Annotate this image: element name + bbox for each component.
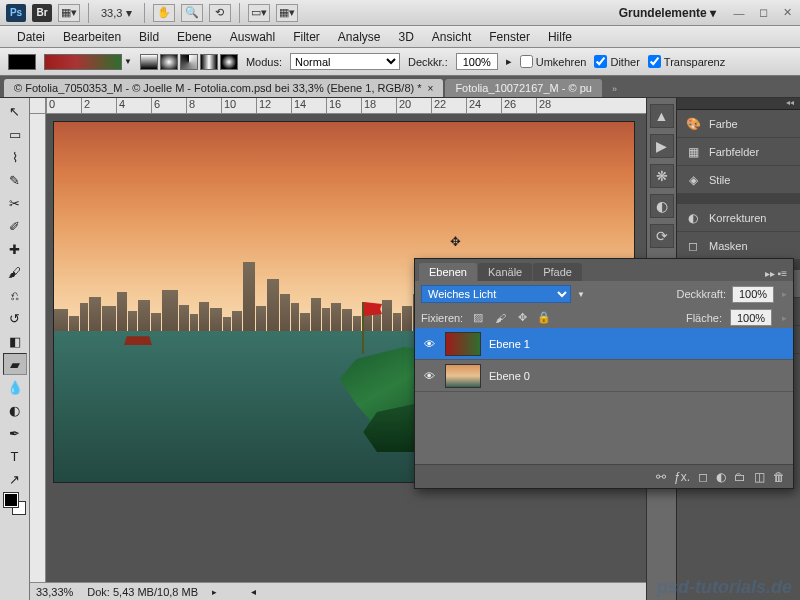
close-icon[interactable]: ✕ <box>780 6 794 20</box>
bridge-logo[interactable]: Br <box>32 4 52 22</box>
ruler-origin[interactable] <box>30 98 46 114</box>
blend-mode-select[interactable]: Normal <box>290 53 400 70</box>
gradient-angle-icon[interactable] <box>180 54 198 70</box>
eyedropper-tool[interactable]: ✐ <box>3 215 27 237</box>
fx-icon[interactable]: ƒx. <box>674 470 690 484</box>
menu-hilfe[interactable]: Hilfe <box>539 28 581 46</box>
mask-icon[interactable]: ◻ <box>698 470 708 484</box>
collapse-icon[interactable]: ◂◂ <box>677 98 800 110</box>
lock-all-icon[interactable]: 🔒 <box>537 311 551 325</box>
screenmode-icon[interactable]: ▭▾ <box>248 4 270 22</box>
panel-masken[interactable]: ◻Masken <box>677 232 800 260</box>
layer-blend-select[interactable]: Weiches Licht <box>421 285 571 303</box>
opacity-flyout-icon[interactable]: ▸ <box>506 55 512 68</box>
ruler-vertical[interactable] <box>30 114 46 582</box>
tab-doc-2[interactable]: Fotolia_10072167_M - © pu <box>445 79 602 97</box>
scroll-left-icon[interactable]: ◂ <box>251 586 256 597</box>
hand-icon[interactable]: ✋ <box>153 4 175 22</box>
quickselect-tool[interactable]: ✎ <box>3 169 27 191</box>
menu-ebene[interactable]: Ebene <box>168 28 221 46</box>
visibility-icon[interactable]: 👁 <box>421 370 437 382</box>
zoom-display[interactable]: 33,3 ▾ <box>97 6 136 20</box>
eraser-tool[interactable]: ◧ <box>3 330 27 352</box>
dropdown-icon[interactable]: ▼ <box>577 290 585 299</box>
lock-pixels-icon[interactable]: 🖌 <box>493 311 507 325</box>
menu-filter[interactable]: Filter <box>284 28 329 46</box>
lasso-tool[interactable]: ⌇ <box>3 146 27 168</box>
crop-tool[interactable]: ✂ <box>3 192 27 214</box>
opacity-input[interactable] <box>456 53 498 70</box>
status-docsize[interactable]: Dok: 5,43 MB/10,8 MB <box>87 586 198 598</box>
gradient-tool-preset[interactable] <box>8 54 36 70</box>
menu-3d[interactable]: 3D <box>390 28 423 46</box>
fg-bg-swatch[interactable] <box>4 493 26 515</box>
layer-thumb[interactable] <box>445 332 481 356</box>
dodge-tool[interactable]: ◐ <box>3 399 27 421</box>
path-tool[interactable]: ↗ <box>3 468 27 490</box>
flache-flyout-icon[interactable]: ▸ <box>782 313 787 323</box>
move-tool[interactable]: ↖ <box>3 100 27 122</box>
adjustments-icon[interactable]: ◐ <box>650 194 674 218</box>
reverse-checkbox[interactable]: Umkehren <box>520 55 587 68</box>
delete-layer-icon[interactable]: 🗑 <box>773 470 785 484</box>
stamp-tool[interactable]: ⎌ <box>3 284 27 306</box>
navigator-icon[interactable]: ▲ <box>650 104 674 128</box>
history-icon[interactable]: ⟳ <box>650 224 674 248</box>
panel-stile[interactable]: ◈Stile <box>677 166 800 194</box>
rotate-icon[interactable]: ⟲ <box>209 4 231 22</box>
info-icon[interactable]: ❋ <box>650 164 674 188</box>
lock-position-icon[interactable]: ✥ <box>515 311 529 325</box>
gradient-reflected-icon[interactable] <box>200 54 218 70</box>
dropdown-icon[interactable]: ▼ <box>124 57 132 66</box>
layer-name[interactable]: Ebene 0 <box>489 370 530 382</box>
layer-row[interactable]: 👁 Ebene 1 <box>415 328 793 360</box>
tab-overflow-icon[interactable]: » <box>604 81 625 97</box>
tab-pfade[interactable]: Pfade <box>533 263 582 281</box>
marquee-tool[interactable]: ▭ <box>3 123 27 145</box>
close-tab-icon[interactable]: × <box>428 83 434 94</box>
status-flyout-icon[interactable]: ▸ <box>212 587 217 597</box>
menu-fenster[interactable]: Fenster <box>480 28 539 46</box>
menu-datei[interactable]: Datei <box>8 28 54 46</box>
healing-tool[interactable]: ✚ <box>3 238 27 260</box>
panel-farbe[interactable]: 🎨Farbe <box>677 110 800 138</box>
restore-icon[interactable]: ◻ <box>756 6 770 20</box>
workspace-switcher[interactable]: Grundelemente ▾ <box>619 6 722 20</box>
histogram-icon[interactable]: ▶ <box>650 134 674 158</box>
gradient-linear-icon[interactable] <box>140 54 158 70</box>
gradient-preview[interactable] <box>44 54 122 70</box>
menu-bild[interactable]: Bild <box>130 28 168 46</box>
tab-kanale[interactable]: Kanäle <box>478 263 532 281</box>
history-brush-tool[interactable]: ↺ <box>3 307 27 329</box>
layer-name[interactable]: Ebene 1 <box>489 338 530 350</box>
brush-tool[interactable]: 🖌 <box>3 261 27 283</box>
deckkraft-flyout-icon[interactable]: ▸ <box>782 289 787 299</box>
status-zoom[interactable]: 33,33% <box>36 586 73 598</box>
dither-checkbox[interactable]: Dither <box>594 55 639 68</box>
new-fill-icon[interactable]: ◐ <box>716 470 726 484</box>
gradient-radial-icon[interactable] <box>160 54 178 70</box>
arrange-icon[interactable]: ▦▾ <box>58 4 80 22</box>
deckkraft-input[interactable] <box>732 286 774 303</box>
menu-auswahl[interactable]: Auswahl <box>221 28 284 46</box>
visibility-icon[interactable]: 👁 <box>421 338 437 350</box>
tab-doc-1[interactable]: © Fotolia_7050353_M - © Joelle M - Fotol… <box>4 79 443 97</box>
pen-tool[interactable]: ✒ <box>3 422 27 444</box>
panel-farbfelder[interactable]: ▦Farbfelder <box>677 138 800 166</box>
layer-row[interactable]: 👁 Ebene 0 <box>415 360 793 392</box>
layer-thumb[interactable] <box>445 364 481 388</box>
panel-korrekturen[interactable]: ◐Korrekturen <box>677 204 800 232</box>
gradient-tool[interactable]: ▰ <box>3 353 27 375</box>
type-tool[interactable]: T <box>3 445 27 467</box>
panel-menu-icon[interactable]: ▸▸ ▪≡ <box>759 266 793 281</box>
minimize-icon[interactable]: — <box>732 6 746 20</box>
lock-transparent-icon[interactable]: ▨ <box>471 311 485 325</box>
transparency-checkbox[interactable]: Transparenz <box>648 55 725 68</box>
blur-tool[interactable]: 💧 <box>3 376 27 398</box>
link-layers-icon[interactable]: ⚯ <box>656 470 666 484</box>
new-layer-icon[interactable]: ◫ <box>754 470 765 484</box>
flache-input[interactable] <box>730 309 772 326</box>
gradient-diamond-icon[interactable] <box>220 54 238 70</box>
extras-icon[interactable]: ▦▾ <box>276 4 298 22</box>
zoom-icon[interactable]: 🔍 <box>181 4 203 22</box>
